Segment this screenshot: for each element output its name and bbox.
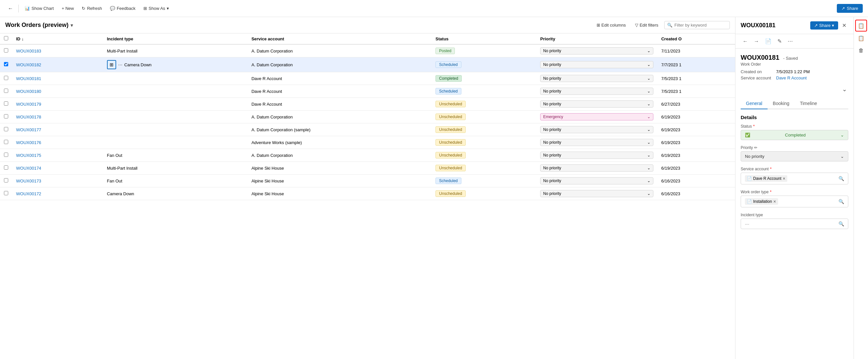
row-priority-chevron: ⌄ xyxy=(647,115,650,119)
service-account-field-value[interactable]: 📄 Dave R Account × 🔍 xyxy=(741,173,848,184)
row-priority-chevron: ⌄ xyxy=(647,62,650,67)
row-priority: No priority ⌄ xyxy=(536,44,657,57)
nav-doc-button[interactable]: 📄 xyxy=(763,37,774,46)
row-checkbox[interactable] xyxy=(4,89,8,93)
nav-more-button[interactable]: ⋯ xyxy=(786,37,795,46)
share-button[interactable]: ↗ Share xyxy=(837,4,863,13)
row-created: 7/5/2023 1 xyxy=(657,85,735,98)
tab-booking[interactable]: Booking xyxy=(768,98,795,109)
nav-edit-button[interactable]: ✎ xyxy=(775,37,784,46)
row-priority: No priority ⌄ xyxy=(536,187,657,200)
tab-timeline[interactable]: Timeline xyxy=(795,98,822,109)
row-id-link[interactable]: WOUX00182 xyxy=(16,62,41,67)
row-id-link[interactable]: WOUX00176 xyxy=(16,140,41,145)
row-priority-dropdown[interactable]: No priority ⌄ xyxy=(540,88,653,95)
row-checkbox[interactable] xyxy=(4,140,8,144)
row-priority-dropdown[interactable]: No priority ⌄ xyxy=(540,177,653,184)
row-icon-btn[interactable]: ⊞ xyxy=(107,60,116,69)
row-priority-text: No priority xyxy=(543,140,561,145)
service-account-lookup-icon[interactable]: 🔍 xyxy=(838,176,844,181)
row-checkbox[interactable] xyxy=(4,191,8,195)
collapse-button[interactable]: ⌄ xyxy=(841,84,848,94)
filter-input[interactable] xyxy=(674,23,727,28)
row-priority-dropdown[interactable]: No priority ⌄ xyxy=(540,61,653,68)
row-id-link[interactable]: WOUX00180 xyxy=(16,89,41,94)
row-checkbox[interactable] xyxy=(4,101,8,106)
row-priority: No priority ⌄ xyxy=(536,162,657,175)
new-button[interactable]: + New xyxy=(58,4,77,13)
row-service-account: A. Datum Corporation (sample) xyxy=(247,123,432,136)
nav-back-button[interactable]: ← xyxy=(741,37,750,46)
nav-forward-button[interactable]: → xyxy=(752,37,761,46)
row-priority-dropdown[interactable]: No priority ⌄ xyxy=(540,152,653,159)
row-priority-dropdown[interactable]: No priority ⌄ xyxy=(540,190,653,197)
row-status: Unscheduled xyxy=(432,149,536,162)
row-priority-dropdown[interactable]: No priority ⌄ xyxy=(540,75,653,82)
row-priority-chevron: ⌄ xyxy=(647,166,650,170)
row-priority-dropdown[interactable]: No priority ⌄ xyxy=(540,47,653,55)
header-priority[interactable]: Priority xyxy=(536,33,657,44)
select-all-checkbox[interactable] xyxy=(4,36,8,40)
row-checkbox[interactable] xyxy=(4,153,8,157)
strip-button-3[interactable]: 🗑 xyxy=(855,44,867,56)
row-checkbox[interactable] xyxy=(4,114,8,118)
priority-field-value[interactable]: No priority ⌄ xyxy=(741,151,848,161)
work-order-type-remove[interactable]: × xyxy=(773,199,776,204)
row-more-icon[interactable]: ⋯ xyxy=(118,62,122,67)
row-priority-dropdown[interactable]: No priority ⌄ xyxy=(540,126,653,133)
feedback-icon: 💬 xyxy=(110,6,115,11)
show-as-button[interactable]: ⊞ Show As ▾ xyxy=(140,4,173,13)
row-priority-dropdown[interactable]: Emergency ⌄ xyxy=(540,113,653,120)
detail-share-label: Share xyxy=(819,23,831,28)
status-field-value[interactable]: ✅ Completed ⌄ xyxy=(741,130,848,140)
header-status[interactable]: Status xyxy=(432,33,536,44)
row-id-link[interactable]: WOUX00181 xyxy=(16,76,41,81)
row-created: 6/19/2023 xyxy=(657,111,735,123)
work-order-type-lookup-icon[interactable]: 🔍 xyxy=(838,199,844,204)
meta-account-link[interactable]: Dave R Account xyxy=(776,76,807,81)
close-icon: ✕ xyxy=(842,23,846,28)
strip-button-1[interactable]: 📋 xyxy=(855,20,867,31)
row-id-link[interactable]: WOUX00177 xyxy=(16,127,41,132)
feedback-button[interactable]: 💬 Feedback xyxy=(107,4,139,13)
row-id: WOUX00183 xyxy=(12,44,103,57)
detail-share-button[interactable]: ↗ Share ▾ xyxy=(810,21,838,30)
header-id[interactable]: ID ↓ xyxy=(12,33,103,44)
show-chart-button[interactable]: 📊 Show Chart xyxy=(21,4,57,13)
back-button[interactable]: ← xyxy=(5,4,16,13)
header-incident-type[interactable]: Incident type xyxy=(103,33,247,44)
row-checkbox[interactable] xyxy=(4,62,8,66)
row-id-link[interactable]: WOUX00175 xyxy=(16,153,41,158)
work-order-type-field-value[interactable]: 📄 Installation × 🔍 xyxy=(741,196,848,207)
row-id-link[interactable]: WOUX00172 xyxy=(16,191,41,196)
strip-button-2[interactable]: 📋 xyxy=(855,32,867,44)
row-id-link[interactable]: WOUX00179 xyxy=(16,102,41,107)
row-checkbox-cell xyxy=(0,98,12,111)
row-checkbox[interactable] xyxy=(4,76,8,80)
detail-close-button[interactable]: ✕ xyxy=(840,21,848,30)
row-priority-dropdown[interactable]: No priority ⌄ xyxy=(540,139,653,146)
header-created[interactable]: Created O xyxy=(657,33,735,44)
incident-type-field-value[interactable]: --- 🔍 xyxy=(741,218,848,229)
header-service-account[interactable]: Service account xyxy=(247,33,432,44)
edit-filters-button[interactable]: ▽ Edit filters xyxy=(632,21,661,29)
tab-general[interactable]: General xyxy=(741,98,768,109)
incident-type-lookup-icon[interactable]: 🔍 xyxy=(838,221,844,227)
table-row: WOUX00175 Fan Out A. Datum Corporation U… xyxy=(0,149,735,162)
right-panel-nav: ← → 📄 ✎ ⋯ xyxy=(736,34,854,49)
row-id-link[interactable]: WOUX00173 xyxy=(16,179,41,183)
row-id-link[interactable]: WOUX00183 xyxy=(16,49,41,54)
row-priority-dropdown[interactable]: No priority ⌄ xyxy=(540,164,653,172)
row-checkbox[interactable] xyxy=(4,166,8,170)
row-id-link[interactable]: WOUX00178 xyxy=(16,115,41,119)
row-status-badge: Unscheduled xyxy=(435,114,466,120)
row-id-link[interactable]: WOUX00174 xyxy=(16,166,41,171)
list-title-arrow[interactable]: ▾ xyxy=(70,23,73,28)
edit-columns-button[interactable]: ⊞ Edit columns xyxy=(593,21,629,29)
service-account-remove[interactable]: × xyxy=(783,176,785,181)
row-checkbox[interactable] xyxy=(4,178,8,182)
refresh-button[interactable]: ↻ Refresh xyxy=(79,4,105,13)
row-checkbox[interactable] xyxy=(4,127,8,131)
row-checkbox[interactable] xyxy=(4,48,8,53)
row-priority-dropdown[interactable]: No priority ⌄ xyxy=(540,100,653,108)
